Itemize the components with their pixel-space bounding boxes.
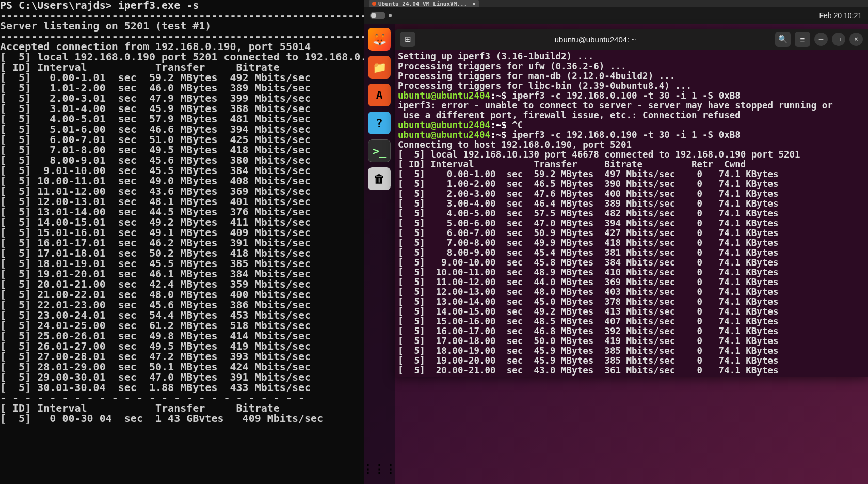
workspace-indicator (389, 14, 392, 17)
software-store-icon[interactable]: A (368, 84, 391, 106)
clock[interactable]: Feb 20 10:21 (819, 11, 862, 20)
menu-button[interactable]: ≡ (795, 32, 810, 47)
gnome-top-bar[interactable]: Feb 20 10:21 (364, 7, 868, 24)
summary-row: [ 5] 0 00-30 04 sec 1 43 GBvtes 409 Mbit… (0, 412, 323, 425)
activities-toggle[interactable] (370, 12, 385, 19)
terminal-icon[interactable]: >_ (368, 139, 391, 162)
search-button[interactable]: 🔍 (775, 32, 791, 47)
terminal-title: ubuntu@ubuntu2404: ~ (420, 35, 771, 44)
vm-tab-label: Ubuntu_24.04_VM_LinuxVM... (378, 1, 467, 7)
terminal-titlebar[interactable]: ⊞ ubuntu@ubuntu2404: ~ 🔍 ≡ ─ □ × (395, 29, 868, 50)
minimize-button[interactable]: ─ (814, 33, 828, 46)
ubuntu-icon (372, 2, 376, 6)
windows-terminal[interactable]: PS C:\Users\rajds> iperf3.exe -s -------… (0, 0, 364, 484)
new-tab-button[interactable]: ⊞ (400, 32, 415, 47)
help-icon[interactable]: ? (368, 112, 391, 134)
ubuntu-vm-pane: Ubuntu_24.04_VM_LinuxVM... × Feb 20 10:2… (364, 0, 868, 484)
iperf-rows: [ 5] 0.00-1.01 sec 59.2 MBytes 492 Mbits… (0, 71, 311, 394)
vm-tab-bar: Ubuntu_24.04_VM_LinuxVM... × (364, 0, 868, 7)
files-icon[interactable]: 📁 (368, 56, 391, 79)
terminal-body[interactable]: Setting up iperf3 (3.16-1build2) ... Pro… (395, 50, 868, 377)
show-apps-icon[interactable]: ⋮⋮⋮ (368, 457, 391, 480)
ubuntu-dock: 🦊 📁 A ? >_ 🗑 ⋮⋮⋮ (364, 24, 395, 484)
vm-tab[interactable]: Ubuntu_24.04_VM_LinuxVM... × (369, 0, 479, 8)
close-button[interactable]: × (849, 33, 863, 46)
maximize-button[interactable]: □ (832, 33, 845, 46)
close-icon[interactable]: × (472, 1, 476, 7)
trash-icon[interactable]: 🗑 (368, 167, 391, 190)
firefox-icon[interactable]: 🦊 (368, 28, 391, 51)
gnome-terminal-window: ⊞ ubuntu@ubuntu2404: ~ 🔍 ≡ ─ □ × Setting… (395, 29, 868, 377)
ubuntu-desktop: Feb 20 10:21 🦊 📁 A ? >_ 🗑 ⋮⋮⋮ ⊞ ubuntu@u… (364, 7, 868, 484)
